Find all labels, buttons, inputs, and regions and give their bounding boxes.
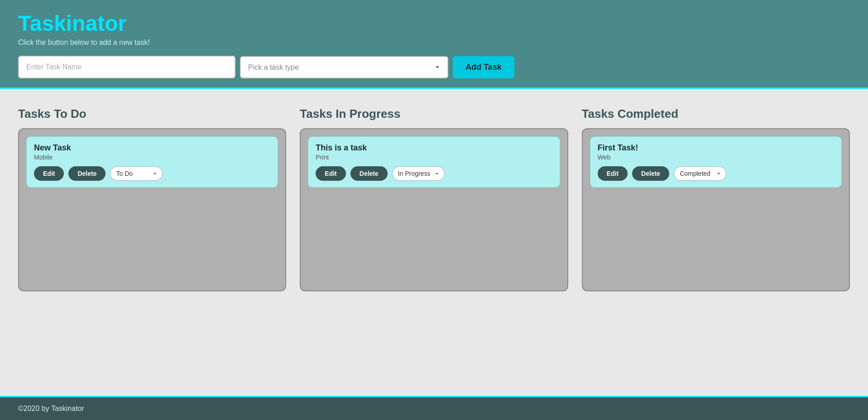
app-header: Taskinator Click the button below to add… <box>0 0 868 89</box>
column-box-todo: New TaskMobileEditDeleteTo DoIn Progress… <box>18 128 286 291</box>
task-card-type: Web <box>598 154 834 161</box>
app-title: Taskinator <box>18 11 850 36</box>
task-card-type: Mobile <box>34 154 270 161</box>
status-select[interactable]: To DoIn ProgressCompleted <box>110 166 163 181</box>
status-select[interactable]: To DoIn ProgressCompleted <box>674 166 726 181</box>
task-input-row: Pick a task typeMobileWebPrint Add Task <box>18 56 850 78</box>
column-box-in-progress: This is a taskPrintEditDeleteTo DoIn Pro… <box>300 128 568 291</box>
delete-button[interactable]: Delete <box>632 166 669 181</box>
main-content: Tasks To DoNew TaskMobileEditDeleteTo Do… <box>0 89 868 396</box>
task-card: This is a taskPrintEditDeleteTo DoIn Pro… <box>308 136 560 188</box>
column-completed: Tasks CompletedFirst Task!WebEditDeleteT… <box>582 107 850 291</box>
footer-text: ©2020 by Taskinator <box>18 405 84 412</box>
column-title-todo: Tasks To Do <box>18 107 286 121</box>
column-title-completed: Tasks Completed <box>582 107 850 121</box>
task-card-title: This is a task <box>316 143 552 153</box>
column-title-in-progress: Tasks In Progress <box>300 107 568 121</box>
app-subtitle: Click the button below to add a new task… <box>18 39 850 47</box>
column-in-progress: Tasks In ProgressThis is a taskPrintEdit… <box>300 107 568 291</box>
delete-button[interactable]: Delete <box>68 166 106 181</box>
status-select[interactable]: To DoIn ProgressCompleted <box>392 166 445 181</box>
task-card-actions: EditDeleteTo DoIn ProgressCompleted <box>598 166 834 181</box>
task-card: First Task!WebEditDeleteTo DoIn Progress… <box>590 136 842 188</box>
task-card-actions: EditDeleteTo DoIn ProgressCompleted <box>34 166 270 181</box>
delete-button[interactable]: Delete <box>350 166 388 181</box>
column-todo: Tasks To DoNew TaskMobileEditDeleteTo Do… <box>18 107 286 291</box>
edit-button[interactable]: Edit <box>316 166 345 181</box>
task-card-title: First Task! <box>598 143 834 153</box>
app-footer: ©2020 by Taskinator <box>0 396 868 420</box>
task-card-type: Print <box>316 154 552 161</box>
edit-button[interactable]: Edit <box>598 166 628 181</box>
task-card: New TaskMobileEditDeleteTo DoIn Progress… <box>26 136 278 188</box>
edit-button[interactable]: Edit <box>34 166 64 181</box>
task-name-input[interactable] <box>18 56 235 78</box>
add-task-button[interactable]: Add Task <box>453 56 514 78</box>
task-type-select[interactable]: Pick a task typeMobileWebPrint <box>240 56 448 78</box>
task-card-title: New Task <box>34 143 270 153</box>
column-box-completed: First Task!WebEditDeleteTo DoIn Progress… <box>582 128 850 291</box>
columns-container: Tasks To DoNew TaskMobileEditDeleteTo Do… <box>18 107 850 291</box>
task-card-actions: EditDeleteTo DoIn ProgressCompleted <box>316 166 552 181</box>
